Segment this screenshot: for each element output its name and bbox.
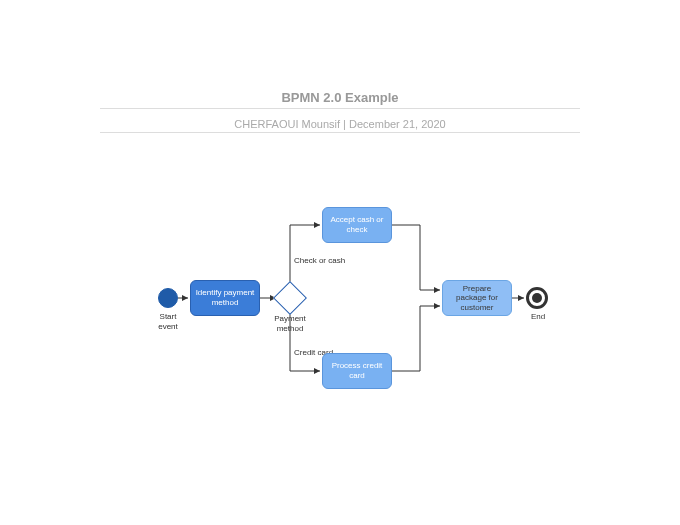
task-credit-label: Process credit card	[327, 361, 387, 380]
end-event-label: End	[528, 312, 548, 322]
task-cash-label: Accept cash or check	[327, 215, 387, 234]
end-event	[526, 287, 548, 309]
task-identify-payment: Identify payment method	[190, 280, 260, 316]
edge-cash-prepare	[392, 225, 440, 290]
gateway-label: Payment method	[272, 314, 308, 333]
edge-credit-prepare	[392, 306, 440, 371]
task-prepare-label: Prepare package for customer	[447, 284, 507, 313]
end-event-inner	[532, 293, 542, 303]
start-event-label: Start event	[150, 312, 186, 331]
edge-label-check-cash: Check or cash	[294, 256, 345, 265]
task-prepare-package: Prepare package for customer	[442, 280, 512, 316]
start-event	[158, 288, 178, 308]
task-identify-label: Identify payment method	[195, 288, 255, 307]
task-process-credit: Process credit card	[322, 353, 392, 389]
task-accept-cash: Accept cash or check	[322, 207, 392, 243]
